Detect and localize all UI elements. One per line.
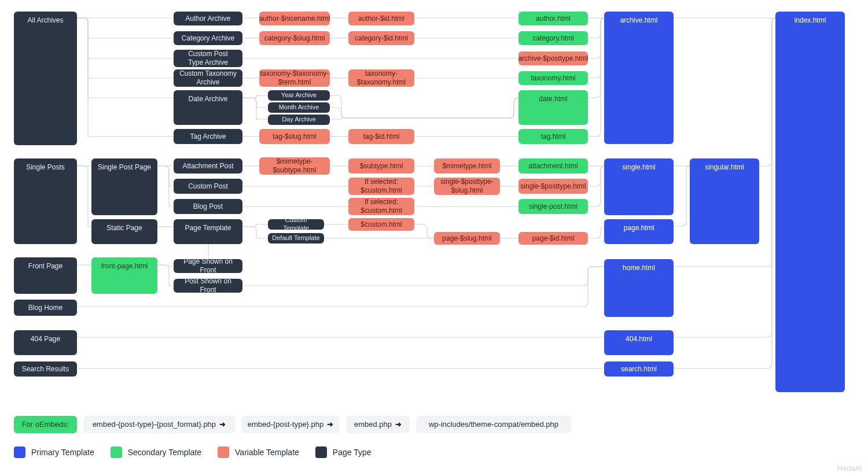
label: single-post.html [529, 202, 578, 211]
root-single-posts: Single Posts [14, 158, 77, 244]
label: Page Type [333, 448, 372, 457]
label: $mimetype- $subtype.html [273, 157, 317, 175]
root-search: Search Results [14, 361, 77, 377]
page-template: Page Template [174, 219, 242, 244]
category-archive: Category Archive [174, 31, 242, 45]
date-archive: Date Archive [174, 90, 242, 125]
if-selected-custom-a: If selected: $custom.html [348, 178, 414, 195]
tag-slug: tag-$slug.html [259, 129, 330, 144]
if-selected-custom-b: If selected: $custom.html [348, 198, 414, 215]
label: embed.php [354, 420, 392, 429]
home-html: home.html [604, 259, 674, 317]
label: single-$posttype- $slug.html [440, 178, 493, 195]
label: archive-$posttype.html [518, 54, 589, 63]
label: Custom Taxonomy Archive [179, 69, 237, 87]
label: tag-$slug.html [273, 132, 316, 141]
label: singular.html [705, 163, 744, 172]
custom-post: Custom Post [174, 179, 242, 194]
month-archive: Month Archive [268, 102, 330, 113]
label: author-$id.html [358, 14, 404, 23]
single-posttype-slug: single-$posttype- $slug.html [434, 178, 500, 195]
page-id-html: page-$id.html [518, 232, 588, 245]
page-slug: page-$slug.html [434, 232, 500, 245]
404-html: 404.html [604, 330, 674, 355]
label: date.html [539, 95, 567, 104]
label: Custom Template [271, 216, 321, 233]
custom-taxonomy-archive: Custom Taxonomy Archive [174, 69, 242, 87]
label: Page Shown on Front [177, 257, 239, 275]
swatch-primary [14, 447, 25, 458]
swatch-pagetype [315, 447, 327, 458]
label: home.html [623, 264, 655, 272]
archive-posttype: archive-$posttype.html [518, 51, 588, 65]
label: Tag Archive [190, 132, 226, 141]
label: Year Archive [281, 91, 317, 99]
author-html: author.html [518, 12, 588, 25]
label: category-$id.html [355, 34, 408, 43]
label: Search Results [22, 365, 69, 374]
label: Author Archive [185, 14, 230, 23]
oembeds-label: For oEmbeds: [14, 416, 77, 433]
embed-d: wp-includes/theme-compat/embed.php [416, 416, 571, 433]
front-page-html: front-page.html [91, 257, 157, 294]
embed-a: embed-{post-type}-{post_format}.php➜ [83, 416, 235, 433]
index-html: index.html [775, 12, 845, 392]
label: $subtype.html [360, 162, 403, 171]
label: Blog Home [28, 304, 62, 312]
label: Date Archive [188, 95, 227, 104]
root-front-page: Front Page [14, 257, 77, 294]
page-shown-front: Page Shown on Front [174, 259, 242, 273]
legend-primary: Primary Template [14, 447, 94, 458]
label: search.html [621, 365, 657, 374]
default-template: Default Template [268, 233, 324, 243]
label: Blog Post [193, 202, 223, 211]
label: taxonomy-$taxonomy- $term.html [260, 69, 329, 87]
label: HedaAI [837, 464, 862, 473]
label: Variable Template [235, 448, 299, 457]
day-archive: Day Archive [268, 115, 330, 125]
search-html: search.html [604, 361, 674, 377]
label: If selected: $custom.html [361, 198, 402, 215]
label: category-$slug.html [264, 34, 325, 43]
attachment-post: Attachment Post [174, 158, 242, 174]
label: Day Archive [282, 116, 316, 124]
label: Single Post Page [98, 163, 151, 172]
label: 404 Page [31, 335, 60, 344]
label: author.html [536, 14, 570, 23]
author-archive: Author Archive [174, 12, 242, 25]
year-archive: Year Archive [268, 90, 330, 101]
label: Primary Template [31, 448, 94, 457]
label: taxonomy.html [531, 74, 575, 83]
arrow-icon: ➜ [219, 420, 226, 429]
swatch-variable [218, 447, 229, 458]
label: Secondary Template [128, 448, 201, 457]
label: Front Page [28, 262, 62, 271]
watermark: HedaAI [837, 464, 862, 473]
attachment-html: attachment.html [518, 158, 588, 174]
arrow-icon: ➜ [395, 420, 402, 429]
taxonomy-taxonomy: taxonomy- $taxonomy.html [348, 69, 414, 87]
single-posttype-html: single-$posttype.html [518, 179, 588, 194]
root-404: 404 Page [14, 330, 77, 355]
label: Custom Post [188, 182, 228, 191]
legend-variable: Variable Template [218, 447, 299, 458]
arrow-icon: ➜ [327, 420, 333, 429]
page-html: page.html [604, 219, 674, 244]
root-all-archives: All Archives [14, 12, 77, 145]
singular-html: singular.html [690, 158, 759, 244]
label: $mimetype.html [443, 162, 492, 171]
date-html: date.html [518, 90, 588, 125]
label: embed-{post-type}-{post_format}.php [93, 420, 216, 429]
taxonomy-term: taxonomy-$taxonomy- $term.html [259, 69, 330, 87]
category-id: category-$id.html [348, 31, 414, 45]
embed-c: embed.php➜ [346, 416, 410, 433]
label: author-$nicename.html [259, 14, 330, 23]
label: tag.html [541, 132, 566, 141]
label: All Archives [27, 16, 63, 25]
subtype: $subtype.html [348, 158, 414, 174]
custom-template: Custom Template [268, 219, 324, 230]
label: For oEmbeds: [22, 420, 69, 429]
label: wp-includes/theme-compat/embed.php [429, 420, 558, 429]
root-blog-home: Blog Home [14, 300, 77, 316]
author-id: author-$id.html [348, 12, 414, 25]
